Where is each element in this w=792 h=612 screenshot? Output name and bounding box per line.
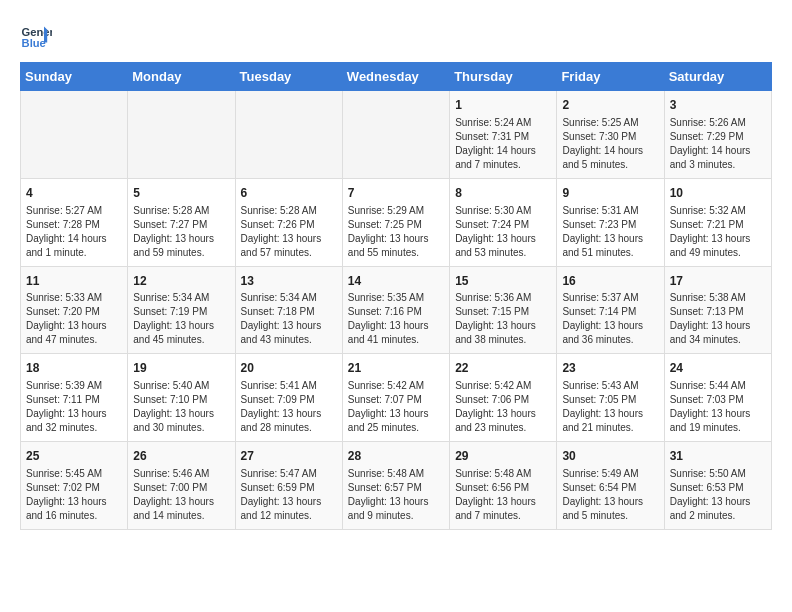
day-number: 27 <box>241 448 337 465</box>
day-number: 2 <box>562 97 658 114</box>
day-number: 18 <box>26 360 122 377</box>
day-detail: Sunrise: 5:25 AM <box>562 116 658 130</box>
day-detail: Daylight: 13 hours <box>670 495 766 509</box>
day-detail: and 1 minute. <box>26 246 122 260</box>
day-detail: Sunset: 7:13 PM <box>670 305 766 319</box>
day-detail: Sunrise: 5:37 AM <box>562 291 658 305</box>
day-detail: Sunset: 6:59 PM <box>241 481 337 495</box>
day-detail: Sunrise: 5:46 AM <box>133 467 229 481</box>
day-detail: Daylight: 13 hours <box>562 495 658 509</box>
svg-text:General: General <box>22 26 52 38</box>
calendar-cell <box>342 91 449 179</box>
day-detail: and 51 minutes. <box>562 246 658 260</box>
day-detail: and 41 minutes. <box>348 333 444 347</box>
day-detail: Daylight: 13 hours <box>562 407 658 421</box>
day-number: 16 <box>562 273 658 290</box>
day-number: 17 <box>670 273 766 290</box>
day-detail: and 28 minutes. <box>241 421 337 435</box>
day-detail: Sunset: 7:03 PM <box>670 393 766 407</box>
calendar-cell: 6Sunrise: 5:28 AMSunset: 7:26 PMDaylight… <box>235 178 342 266</box>
day-detail: Daylight: 13 hours <box>455 319 551 333</box>
day-detail: Sunrise: 5:34 AM <box>133 291 229 305</box>
day-number: 5 <box>133 185 229 202</box>
day-detail: and 23 minutes. <box>455 421 551 435</box>
calendar-cell: 2Sunrise: 5:25 AMSunset: 7:30 PMDaylight… <box>557 91 664 179</box>
day-detail: Sunset: 7:31 PM <box>455 130 551 144</box>
calendar-cell: 25Sunrise: 5:45 AMSunset: 7:02 PMDayligh… <box>21 442 128 530</box>
day-detail: Sunrise: 5:28 AM <box>133 204 229 218</box>
day-detail: and 53 minutes. <box>455 246 551 260</box>
day-detail: and 38 minutes. <box>455 333 551 347</box>
day-detail: Daylight: 14 hours <box>670 144 766 158</box>
calendar-cell: 24Sunrise: 5:44 AMSunset: 7:03 PMDayligh… <box>664 354 771 442</box>
day-detail: Daylight: 13 hours <box>348 319 444 333</box>
day-number: 9 <box>562 185 658 202</box>
weekday-header: Sunday <box>21 63 128 91</box>
day-detail: Sunrise: 5:39 AM <box>26 379 122 393</box>
day-detail: Sunrise: 5:33 AM <box>26 291 122 305</box>
calendar-cell: 10Sunrise: 5:32 AMSunset: 7:21 PMDayligh… <box>664 178 771 266</box>
day-detail: Sunset: 7:28 PM <box>26 218 122 232</box>
day-detail: Daylight: 13 hours <box>241 495 337 509</box>
day-detail: Sunset: 7:19 PM <box>133 305 229 319</box>
day-detail: Sunset: 7:11 PM <box>26 393 122 407</box>
day-detail: Sunrise: 5:40 AM <box>133 379 229 393</box>
day-number: 14 <box>348 273 444 290</box>
day-detail: and 34 minutes. <box>670 333 766 347</box>
calendar-cell: 19Sunrise: 5:40 AMSunset: 7:10 PMDayligh… <box>128 354 235 442</box>
day-detail: and 9 minutes. <box>348 509 444 523</box>
day-detail: Sunset: 7:05 PM <box>562 393 658 407</box>
day-detail: and 36 minutes. <box>562 333 658 347</box>
day-detail: Daylight: 14 hours <box>455 144 551 158</box>
day-detail: Daylight: 13 hours <box>670 319 766 333</box>
day-number: 12 <box>133 273 229 290</box>
day-detail: Daylight: 13 hours <box>562 232 658 246</box>
day-detail: Sunset: 7:02 PM <box>26 481 122 495</box>
day-detail: Sunset: 7:30 PM <box>562 130 658 144</box>
svg-text:Blue: Blue <box>22 37 46 49</box>
calendar-cell: 15Sunrise: 5:36 AMSunset: 7:15 PMDayligh… <box>450 266 557 354</box>
calendar-cell <box>21 91 128 179</box>
calendar-cell: 11Sunrise: 5:33 AMSunset: 7:20 PMDayligh… <box>21 266 128 354</box>
day-number: 19 <box>133 360 229 377</box>
day-number: 15 <box>455 273 551 290</box>
day-detail: Sunset: 7:24 PM <box>455 218 551 232</box>
day-number: 4 <box>26 185 122 202</box>
day-number: 24 <box>670 360 766 377</box>
day-detail: Sunset: 7:00 PM <box>133 481 229 495</box>
day-detail: Sunrise: 5:38 AM <box>670 291 766 305</box>
calendar-cell: 23Sunrise: 5:43 AMSunset: 7:05 PMDayligh… <box>557 354 664 442</box>
day-number: 8 <box>455 185 551 202</box>
day-detail: Daylight: 13 hours <box>26 407 122 421</box>
calendar-cell: 29Sunrise: 5:48 AMSunset: 6:56 PMDayligh… <box>450 442 557 530</box>
day-detail: Sunset: 7:07 PM <box>348 393 444 407</box>
day-number: 21 <box>348 360 444 377</box>
day-detail: Sunset: 7:14 PM <box>562 305 658 319</box>
day-detail: Sunrise: 5:31 AM <box>562 204 658 218</box>
day-detail: Sunrise: 5:41 AM <box>241 379 337 393</box>
day-detail: and 59 minutes. <box>133 246 229 260</box>
calendar-cell: 20Sunrise: 5:41 AMSunset: 7:09 PMDayligh… <box>235 354 342 442</box>
day-detail: Daylight: 13 hours <box>670 407 766 421</box>
calendar-week-row: 25Sunrise: 5:45 AMSunset: 7:02 PMDayligh… <box>21 442 772 530</box>
day-detail: Sunrise: 5:27 AM <box>26 204 122 218</box>
calendar-cell: 26Sunrise: 5:46 AMSunset: 7:00 PMDayligh… <box>128 442 235 530</box>
day-number: 28 <box>348 448 444 465</box>
day-detail: and 47 minutes. <box>26 333 122 347</box>
day-detail: Sunset: 6:57 PM <box>348 481 444 495</box>
calendar-cell: 17Sunrise: 5:38 AMSunset: 7:13 PMDayligh… <box>664 266 771 354</box>
day-detail: Sunrise: 5:26 AM <box>670 116 766 130</box>
calendar-cell: 9Sunrise: 5:31 AMSunset: 7:23 PMDaylight… <box>557 178 664 266</box>
day-detail: Daylight: 13 hours <box>241 232 337 246</box>
day-detail: and 2 minutes. <box>670 509 766 523</box>
calendar-cell: 3Sunrise: 5:26 AMSunset: 7:29 PMDaylight… <box>664 91 771 179</box>
day-number: 6 <box>241 185 337 202</box>
calendar-cell: 16Sunrise: 5:37 AMSunset: 7:14 PMDayligh… <box>557 266 664 354</box>
calendar-cell: 22Sunrise: 5:42 AMSunset: 7:06 PMDayligh… <box>450 354 557 442</box>
calendar-week-row: 1Sunrise: 5:24 AMSunset: 7:31 PMDaylight… <box>21 91 772 179</box>
day-detail: and 57 minutes. <box>241 246 337 260</box>
day-detail: Daylight: 13 hours <box>26 319 122 333</box>
day-number: 13 <box>241 273 337 290</box>
day-detail: Daylight: 14 hours <box>26 232 122 246</box>
day-detail: and 43 minutes. <box>241 333 337 347</box>
